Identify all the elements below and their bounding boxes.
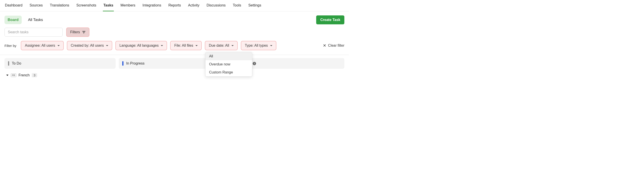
language-group-french[interactable]: FR French 3 xyxy=(0,72,349,80)
nav-discussions[interactable]: Discussions xyxy=(206,0,226,11)
nav-integrations[interactable]: Integrations xyxy=(142,0,162,11)
filter-type[interactable]: Type: All types xyxy=(241,41,276,50)
board-columns: To Do In Progress Done i xyxy=(0,55,349,72)
filter-created-by-label: Created by: All users xyxy=(71,43,104,48)
nav-translations[interactable]: Translations xyxy=(50,0,70,11)
column-in-progress-label: In Progress xyxy=(126,61,144,65)
search-row: Filters xyxy=(0,27,349,41)
caret-down-icon xyxy=(106,45,108,46)
filter-created-by[interactable]: Created by: All users xyxy=(67,41,112,50)
filter-assignee-label: Assignee: All users xyxy=(25,43,55,48)
filters-row: Filter by Assignee: All users Created by… xyxy=(0,41,349,55)
filter-file-label: File: All files xyxy=(174,43,193,48)
filter-assignee[interactable]: Assignee: All users xyxy=(21,41,64,50)
column-color-bar xyxy=(8,61,9,66)
nav-dashboard[interactable]: Dashboard xyxy=(4,0,23,11)
nav-tools[interactable]: Tools xyxy=(232,0,242,11)
tab-board[interactable]: Board xyxy=(4,16,22,24)
language-name: French xyxy=(18,73,30,77)
due-date-option-custom[interactable]: Custom Range xyxy=(206,68,252,76)
create-task-button[interactable]: Create Task xyxy=(316,15,344,24)
filter-file[interactable]: File: All files xyxy=(170,41,202,50)
nav-activity[interactable]: Activity xyxy=(188,0,200,11)
filters-button[interactable]: Filters xyxy=(66,27,90,37)
column-todo: To Do xyxy=(4,58,116,69)
caret-down-icon xyxy=(196,45,198,46)
due-date-dropdown: All Overdue now Custom Range xyxy=(205,52,252,77)
subnav-tabs: Board All Tasks xyxy=(4,16,46,24)
language-code-badge: FR xyxy=(11,73,16,77)
caret-down-icon xyxy=(270,45,272,46)
close-icon: ✕ xyxy=(323,43,326,48)
due-date-option-all[interactable]: All xyxy=(206,52,252,60)
top-nav: Dashboard Sources Translations Screensho… xyxy=(0,0,349,11)
due-date-option-overdue[interactable]: Overdue now xyxy=(206,60,252,68)
filter-language-label: Language: All languages xyxy=(120,43,158,48)
nav-screenshots[interactable]: Screenshots xyxy=(76,0,97,11)
subnav: Board All Tasks Create Task xyxy=(0,11,349,27)
chevron-down-icon xyxy=(6,75,8,76)
filter-language[interactable]: Language: All languages xyxy=(116,41,167,50)
nav-reports[interactable]: Reports xyxy=(168,0,181,11)
info-icon[interactable]: i xyxy=(253,62,256,65)
tab-all-tasks[interactable]: All Tasks xyxy=(25,16,46,24)
language-count-badge: 3 xyxy=(32,73,37,77)
nav-members[interactable]: Members xyxy=(120,0,136,11)
filter-due-date[interactable]: Due date: All All Overdue now Custom Ran… xyxy=(205,41,238,50)
search-input[interactable] xyxy=(4,28,62,37)
filter-by-label: Filter by xyxy=(4,44,16,48)
filter-due-date-label: Due date: All xyxy=(209,43,229,48)
caret-down-icon xyxy=(232,45,234,46)
filter-icon xyxy=(82,31,86,33)
column-todo-label: To Do xyxy=(12,61,21,65)
nav-sources[interactable]: Sources xyxy=(29,0,43,11)
clear-filter-button[interactable]: ✕ Clear filter xyxy=(323,43,344,48)
caret-down-icon xyxy=(161,45,163,46)
nav-tasks[interactable]: Tasks xyxy=(103,0,114,11)
column-color-bar xyxy=(122,61,124,66)
caret-down-icon xyxy=(58,45,60,46)
nav-settings[interactable]: Settings xyxy=(248,0,262,11)
filter-type-label: Type: All types xyxy=(245,43,268,48)
filters-button-label: Filters xyxy=(70,30,80,34)
clear-filter-label: Clear filter xyxy=(328,43,344,48)
